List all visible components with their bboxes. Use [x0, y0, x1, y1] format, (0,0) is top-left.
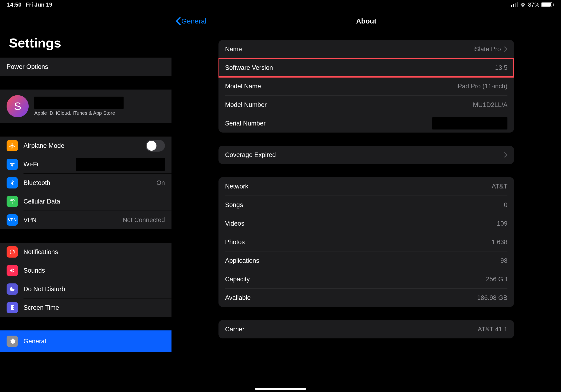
sidebar-bluetooth[interactable]: Bluetooth On: [0, 174, 172, 192]
status-date: Fri Jun 19: [26, 1, 52, 8]
row-videos-value: 109: [497, 220, 507, 227]
row-coverage[interactable]: Coverage Expired: [218, 146, 514, 164]
row-videos-label: Videos: [225, 220, 244, 227]
battery-icon: [541, 2, 554, 7]
sidebar-notifications[interactable]: Notifications: [0, 243, 172, 261]
gear-icon: [7, 336, 18, 347]
power-options-label: Power Options: [7, 63, 48, 70]
cellular-signal-icon: [511, 2, 518, 7]
screentime-icon: [7, 302, 18, 313]
sidebar-apple-id[interactable]: S Apple ID, iCloud, iTunes & App Store: [0, 89, 172, 123]
back-label: General: [181, 17, 206, 25]
row-software-version[interactable]: Software Version 13.5: [218, 58, 514, 77]
row-videos[interactable]: Videos 109: [218, 214, 514, 233]
sidebar-sounds[interactable]: Sounds: [0, 261, 172, 280]
sidebar-dnd[interactable]: Do Not Disturb: [0, 280, 172, 298]
avatar-initial: S: [14, 100, 21, 113]
row-available-value: 186.98 GB: [477, 294, 507, 302]
airplane-toggle[interactable]: [146, 140, 165, 152]
row-photos-value: 1,638: [491, 239, 507, 246]
about-group-carrier: Carrier AT&T 41.1: [218, 320, 514, 338]
airplane-label: Airplane Mode: [23, 142, 64, 150]
bluetooth-value: On: [156, 179, 165, 187]
settings-app: Settings Power Options S Apple ID, iClou…: [0, 0, 561, 392]
account-texts: Apple ID, iCloud, iTunes & App Store: [34, 97, 124, 116]
row-available-label: Available: [225, 294, 251, 302]
detail-pane: General About Name iSlate Pro Software V…: [172, 0, 561, 392]
wifi-icon: [7, 159, 18, 170]
sidebar-power-options[interactable]: Power Options: [0, 58, 172, 76]
chevron-right-icon: [504, 46, 507, 52]
sidebar-cellular[interactable]: Cellular Data: [0, 192, 172, 211]
row-songs-label: Songs: [225, 201, 243, 209]
detail-header: General About: [172, 9, 561, 33]
row-carrier[interactable]: Carrier AT&T 41.1: [218, 320, 514, 338]
row-available[interactable]: Available 186.98 GB: [218, 289, 514, 307]
vpn-icon: VPN: [7, 214, 18, 226]
row-capacity[interactable]: Capacity 256 GB: [218, 270, 514, 288]
sounds-icon: [7, 265, 18, 276]
row-network[interactable]: Network AT&T: [218, 177, 514, 196]
row-modelnum-value: MU1D2LL/A: [473, 101, 507, 109]
row-songs-value: 0: [504, 201, 507, 209]
row-modelname-label: Model Name: [225, 83, 261, 90]
sidebar-airplane-mode[interactable]: Airplane Mode: [0, 137, 172, 155]
row-photos-label: Photos: [225, 239, 245, 246]
bluetooth-icon: [7, 177, 18, 188]
notifications-icon: [7, 246, 18, 258]
about-group-device: Name iSlate Pro Software Version 13.5 Mo…: [218, 40, 514, 132]
detail-title: About: [172, 17, 561, 25]
vpn-value: Not Connected: [123, 217, 165, 224]
sidebar: Settings Power Options S Apple ID, iClou…: [0, 0, 172, 392]
battery-pct: 87%: [528, 1, 539, 8]
bluetooth-label: Bluetooth: [23, 179, 50, 187]
sidebar-vpn[interactable]: VPN VPN Not Connected: [0, 211, 172, 229]
screentime-label: Screen Time: [23, 304, 59, 311]
back-button[interactable]: General: [172, 17, 206, 25]
row-photos[interactable]: Photos 1,638: [218, 233, 514, 251]
row-model-name[interactable]: Model Name iPad Pro (11-inch): [218, 77, 514, 95]
dnd-label: Do Not Disturb: [23, 285, 65, 293]
account-name-redacted: [34, 97, 124, 109]
cellular-icon: [7, 196, 18, 207]
wifi-value-redacted: [76, 158, 165, 171]
status-time: 14:50: [7, 1, 21, 8]
row-name[interactable]: Name iSlate Pro: [218, 40, 514, 58]
about-group-coverage: Coverage Expired: [218, 146, 514, 164]
about-group-storage: Network AT&T Songs 0 Videos 109 Photos 1…: [218, 177, 514, 307]
dnd-icon: [7, 283, 18, 295]
wifi-label: Wi-Fi: [23, 161, 38, 168]
avatar: S: [7, 95, 29, 117]
sidebar-wifi[interactable]: Wi-Fi: [0, 155, 172, 174]
sidebar-general[interactable]: General: [0, 330, 172, 352]
row-name-label: Name: [225, 46, 242, 53]
row-modelnum-label: Model Number: [225, 101, 267, 109]
status-bar: 14:50 Fri Jun 19 87%: [0, 0, 561, 9]
row-capacity-value: 256 GB: [486, 276, 507, 283]
row-apps[interactable]: Applications 98: [218, 251, 514, 270]
chevron-right-icon: [504, 152, 507, 158]
row-serial-number[interactable]: Serial Number: [218, 114, 514, 132]
row-serial-label: Serial Number: [225, 120, 266, 127]
row-network-value: AT&T: [492, 183, 507, 190]
row-serial-redacted: [432, 117, 507, 130]
row-capacity-label: Capacity: [225, 276, 250, 283]
row-apps-label: Applications: [225, 257, 259, 264]
sounds-label: Sounds: [23, 267, 45, 274]
wifi-status-icon: [520, 2, 526, 7]
row-carrier-label: Carrier: [225, 326, 245, 333]
general-label: General: [23, 338, 46, 345]
airplane-icon: [7, 140, 18, 151]
row-songs[interactable]: Songs 0: [218, 196, 514, 214]
vpn-label: VPN: [23, 217, 37, 224]
home-indicator[interactable]: [255, 388, 306, 390]
row-coverage-label: Coverage Expired: [225, 151, 276, 159]
row-swver-value: 13.5: [495, 64, 507, 71]
row-swver-label: Software Version: [225, 64, 273, 71]
sidebar-screentime[interactable]: Screen Time: [0, 298, 172, 317]
row-modelname-value: iPad Pro (11-inch): [456, 83, 507, 90]
cellular-label: Cellular Data: [23, 198, 60, 205]
row-network-label: Network: [225, 183, 248, 190]
row-model-number[interactable]: Model Number MU1D2LL/A: [218, 96, 514, 114]
account-subtitle: Apple ID, iCloud, iTunes & App Store: [34, 110, 124, 116]
